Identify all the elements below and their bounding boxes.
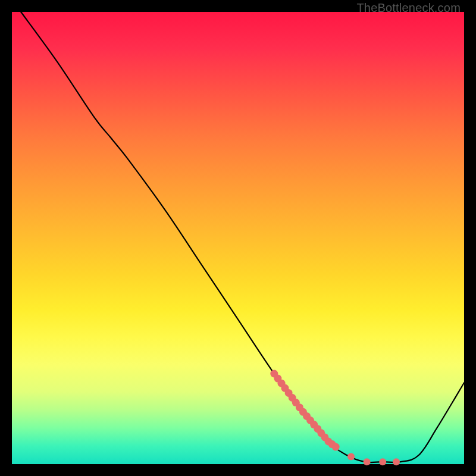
data-marker (347, 453, 355, 461)
bottleneck-curve (21, 12, 464, 462)
data-marker (393, 458, 400, 465)
marker-layer (270, 370, 400, 466)
curve-layer (21, 12, 464, 462)
data-marker (364, 458, 371, 465)
chart-svg (12, 12, 464, 464)
data-marker (332, 443, 340, 451)
data-marker (379, 458, 386, 465)
